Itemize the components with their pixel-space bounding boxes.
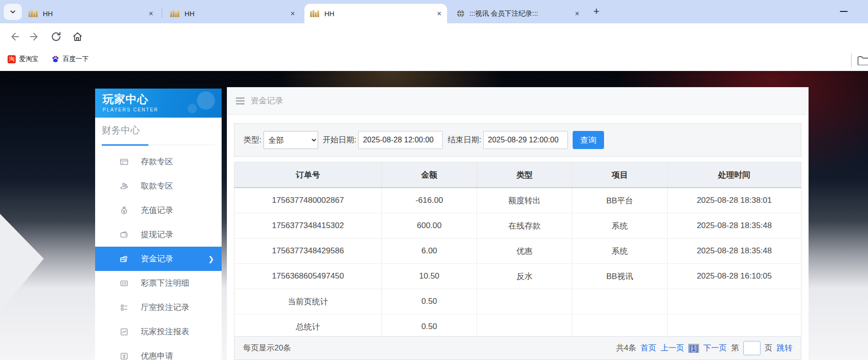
- new-tab-button[interactable]: +: [590, 5, 603, 18]
- tab-label: HH: [43, 10, 146, 18]
- browser-window: HH × HH × HH × :::视讯 会员下注纪录::: × +: [0, 0, 868, 360]
- table-row: 1756377348429586 6.00 优惠 系统 2025-08-28 1…: [234, 239, 801, 264]
- bookmark-baidu[interactable]: 百度一下: [51, 55, 88, 63]
- tab-2[interactable]: HH ×: [165, 4, 301, 23]
- column-order-no: 订单号: [234, 162, 382, 188]
- cell-amount: -616.00: [381, 188, 477, 213]
- promo-ticket-icon: [120, 352, 128, 360]
- chart-report-icon: [120, 328, 128, 336]
- type-select[interactable]: 全部: [263, 131, 318, 149]
- sidebar-item-label: 彩票下注明细: [141, 278, 189, 289]
- first-page-link[interactable]: 首页: [641, 343, 656, 353]
- sidebar-item-label: 厅室投注记录: [141, 302, 189, 313]
- cell-empty: [477, 314, 572, 340]
- cell-time: 2025-08-28 18:38:01: [667, 188, 801, 213]
- cell-item: BB视讯: [572, 264, 667, 289]
- cell-time: 2025-08-28 18:35:48: [667, 239, 801, 264]
- table-row: 1756377480002867 -616.00 额度转出 BB平台 2025-…: [234, 188, 801, 213]
- panel-header: 资金记录: [227, 87, 809, 115]
- cell-type: 优惠: [477, 239, 572, 264]
- column-item: 项目: [572, 162, 667, 188]
- sidebar-subtitle: PLAYERS CENTER: [103, 107, 222, 112]
- tab-label: HH: [185, 10, 288, 18]
- sidebar-item-label: 提现记录: [141, 229, 173, 240]
- sidebar-item-label: 玩家投注报表: [141, 326, 189, 337]
- background-triangle-decoration: [0, 214, 44, 311]
- forward-arrow-icon: [29, 31, 40, 42]
- sidebar-item-lottery-bets[interactable]: 彩票下注明细: [95, 271, 222, 295]
- funds-cards-icon: [120, 255, 128, 263]
- home-button[interactable]: [71, 30, 84, 43]
- current-page-indicator: [1]: [688, 344, 699, 353]
- end-date-input[interactable]: [483, 131, 568, 149]
- prev-page-link[interactable]: 上一页: [661, 343, 684, 353]
- tab-close-icon[interactable]: ×: [291, 10, 295, 18]
- back-arrow-icon: [9, 31, 20, 42]
- bookmarks-folder-icon[interactable]: [857, 56, 868, 67]
- hand-coins-icon: [120, 182, 128, 190]
- chevron-down-icon: [10, 9, 16, 15]
- next-page-link[interactable]: 下一页: [703, 343, 727, 353]
- tab-close-icon[interactable]: ×: [437, 10, 441, 18]
- sidebar-item-promo-apply[interactable]: 优惠申请: [95, 344, 222, 360]
- cell-empty: [572, 289, 667, 314]
- bookmarks-separator: [851, 53, 852, 68]
- cell-order-no: 1756377348429586: [234, 239, 382, 264]
- tab-separator: [162, 8, 162, 18]
- sidebar-item-bet-report[interactable]: 玩家投注报表: [95, 320, 222, 344]
- tab-close-icon[interactable]: ×: [149, 10, 153, 18]
- sidebar-header: 玩家中心 PLAYERS CENTER: [95, 89, 222, 118]
- cell-order-no: 1756377480002867: [234, 188, 382, 213]
- forward-button[interactable]: [29, 30, 41, 43]
- bookmark-label: 百度一下: [63, 55, 88, 63]
- tab-label: HH: [324, 10, 434, 18]
- sidebar-title: 玩家中心: [103, 92, 222, 107]
- sidebar-item-deposit[interactable]: 存款专区: [95, 150, 222, 174]
- end-date-label: 结束日期:: [448, 135, 481, 145]
- cell-order-no: 1756377348415302: [234, 213, 382, 239]
- window-minimize-button[interactable]: [840, 11, 848, 12]
- sidebar-item-label: 充值记录: [141, 205, 173, 216]
- tab-strip: HH × HH × HH × :::视讯 会员下注纪录::: × +: [0, 0, 868, 23]
- back-button[interactable]: [8, 30, 20, 43]
- sidebar-item-withdraw[interactable]: 取款专区: [95, 174, 222, 198]
- cell-order-no: 1756368605497450: [234, 264, 382, 289]
- cell-amount: 0.50: [381, 289, 477, 314]
- panel-title: 资金记录: [251, 95, 283, 106]
- deposit-card-icon: [120, 158, 128, 166]
- jump-go-link[interactable]: 跳转: [777, 343, 792, 353]
- tab-1[interactable]: HH ×: [23, 4, 159, 23]
- sidebar-item-funds-records[interactable]: 资金记录 ❯: [95, 247, 222, 271]
- page-jump-input[interactable]: [743, 341, 761, 355]
- site-favicon-gold: [170, 10, 180, 17]
- taobao-icon: 淘: [8, 55, 16, 63]
- cell-empty: [477, 289, 572, 314]
- sidebar-item-label: 存款专区: [141, 156, 173, 167]
- bookmark-aitaobao[interactable]: 淘 爱淘宝: [8, 55, 39, 63]
- funds-table: 订单号 金额 类型 项目 处理时间 1756377480002867 -616.…: [234, 162, 801, 340]
- tab-search-button[interactable]: [4, 4, 22, 20]
- column-amount: 金额: [381, 162, 477, 188]
- sidebar-item-hall-bets[interactable]: 厅室投注记录: [95, 295, 222, 320]
- cell-item: BB平台: [572, 188, 667, 213]
- cell-type: 反水: [477, 264, 572, 289]
- bookmark-label: 爱淘宝: [19, 55, 39, 63]
- sidebar-item-withdraw-records[interactable]: 提现记录: [95, 222, 222, 247]
- search-button[interactable]: 查询: [573, 131, 604, 149]
- start-date-input[interactable]: [358, 131, 443, 149]
- pagination-controls: 共4条 首页 上一页 [1] 下一页 第 页 跳转: [616, 341, 792, 355]
- cell-type: 额度转出: [477, 188, 572, 213]
- filter-bar: 类型: 全部 开始日期: 结束日期: 查询: [234, 123, 801, 157]
- cell-item: 系统: [572, 213, 667, 239]
- bookmarks-bar: 淘 爱淘宝 百度一下: [0, 50, 868, 71]
- reload-icon: [50, 31, 62, 42]
- reload-button[interactable]: [50, 30, 62, 43]
- sidebar-item-recharge-records[interactable]: 充值记录: [95, 198, 222, 222]
- cell-summary-label: 总统计: [234, 314, 382, 340]
- tab-3-active[interactable]: HH ×: [304, 4, 447, 23]
- player-center-sidebar: 玩家中心 PLAYERS CENTER 财务中心 存款专区 取款专区 充值记录: [95, 89, 222, 360]
- tab-close-icon[interactable]: ×: [575, 10, 579, 18]
- tab-4[interactable]: :::视讯 会员下注纪录::: ×: [451, 4, 585, 23]
- cell-amount: 600.00: [381, 213, 477, 239]
- wallet-icon: [120, 230, 128, 239]
